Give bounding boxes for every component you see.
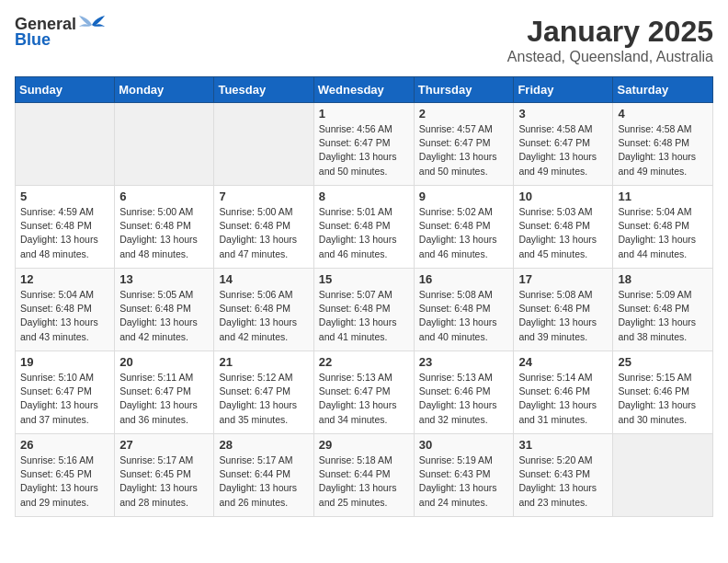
cell-sun-info: Sunrise: 5:05 AMSunset: 6:48 PMDaylight:…: [119, 288, 209, 344]
weekday-header-row: SundayMondayTuesdayWednesdayThursdayFrid…: [16, 77, 713, 103]
calendar-cell: 17Sunrise: 5:08 AMSunset: 6:48 PMDayligh…: [514, 269, 613, 351]
cell-sun-info: Sunrise: 5:09 AMSunset: 6:48 PMDaylight:…: [618, 288, 708, 344]
cell-sun-info: Sunrise: 5:13 AMSunset: 6:47 PMDaylight:…: [319, 371, 409, 427]
weekday-header-wednesday: Wednesday: [313, 77, 414, 103]
cell-sun-info: Sunrise: 5:00 AMSunset: 6:48 PMDaylight:…: [219, 205, 308, 261]
cell-sun-info: Sunrise: 5:17 AMSunset: 6:44 PMDaylight:…: [219, 454, 308, 510]
cell-sun-info: Sunrise: 5:07 AMSunset: 6:48 PMDaylight:…: [319, 288, 409, 344]
cell-sun-info: Sunrise: 5:20 AMSunset: 6:43 PMDaylight:…: [518, 454, 608, 510]
day-number: 14: [219, 272, 308, 286]
calendar-cell: 18Sunrise: 5:09 AMSunset: 6:48 PMDayligh…: [613, 269, 713, 351]
calendar-cell: 23Sunrise: 5:13 AMSunset: 6:46 PMDayligh…: [414, 351, 514, 434]
calendar-cell: 22Sunrise: 5:13 AMSunset: 6:47 PMDayligh…: [313, 351, 414, 434]
cell-sun-info: Sunrise: 5:15 AMSunset: 6:46 PMDaylight:…: [618, 371, 708, 427]
cell-sun-info: Sunrise: 5:01 AMSunset: 6:48 PMDaylight:…: [319, 205, 409, 261]
cell-sun-info: Sunrise: 5:08 AMSunset: 6:48 PMDaylight:…: [518, 288, 608, 344]
cell-sun-info: Sunrise: 5:03 AMSunset: 6:48 PMDaylight:…: [518, 205, 608, 261]
logo-bird-icon: [79, 16, 105, 34]
day-number: 21: [219, 355, 308, 369]
calendar-cell: 12Sunrise: 5:04 AMSunset: 6:48 PMDayligh…: [16, 269, 115, 351]
calendar-cell: 5Sunrise: 4:59 AMSunset: 6:48 PMDaylight…: [16, 186, 115, 269]
day-number: 9: [419, 190, 509, 203]
day-number: 4: [618, 107, 708, 121]
week-row-1: 1Sunrise: 4:56 AMSunset: 6:47 PMDaylight…: [16, 103, 713, 186]
calendar-cell: 11Sunrise: 5:04 AMSunset: 6:48 PMDayligh…: [613, 186, 713, 269]
calendar-cell: 31Sunrise: 5:20 AMSunset: 6:43 PMDayligh…: [514, 434, 613, 517]
calendar-cell: 29Sunrise: 5:18 AMSunset: 6:44 PMDayligh…: [313, 434, 414, 517]
calendar-cell: 9Sunrise: 5:02 AMSunset: 6:48 PMDaylight…: [414, 186, 514, 269]
logo: General Blue: [15, 15, 105, 50]
calendar-cell: 21Sunrise: 5:12 AMSunset: 6:47 PMDayligh…: [214, 351, 313, 434]
calendar-table: SundayMondayTuesdayWednesdayThursdayFrid…: [15, 76, 713, 517]
calendar-cell: 4Sunrise: 4:58 AMSunset: 6:48 PMDaylight…: [613, 103, 713, 186]
week-row-5: 26Sunrise: 5:16 AMSunset: 6:45 PMDayligh…: [16, 434, 713, 517]
calendar-cell: 24Sunrise: 5:14 AMSunset: 6:46 PMDayligh…: [514, 351, 613, 434]
calendar-cell: 2Sunrise: 4:57 AMSunset: 6:47 PMDaylight…: [414, 103, 514, 186]
calendar-cell: 27Sunrise: 5:17 AMSunset: 6:45 PMDayligh…: [115, 434, 214, 517]
weekday-header-sunday: Sunday: [16, 77, 115, 103]
cell-sun-info: Sunrise: 5:02 AMSunset: 6:48 PMDaylight:…: [419, 205, 509, 261]
day-number: 16: [419, 272, 509, 286]
day-number: 2: [419, 107, 509, 121]
calendar-cell: 3Sunrise: 4:58 AMSunset: 6:47 PMDaylight…: [514, 103, 613, 186]
day-number: 24: [518, 355, 608, 369]
calendar-cell: 30Sunrise: 5:19 AMSunset: 6:43 PMDayligh…: [414, 434, 514, 517]
day-number: 6: [119, 190, 209, 203]
calendar-cell: 26Sunrise: 5:16 AMSunset: 6:45 PMDayligh…: [16, 434, 115, 517]
cell-sun-info: Sunrise: 5:18 AMSunset: 6:44 PMDaylight:…: [319, 454, 409, 510]
logo-blue-text: Blue: [15, 30, 51, 50]
weekday-header-tuesday: Tuesday: [214, 77, 313, 103]
cell-sun-info: Sunrise: 4:57 AMSunset: 6:47 PMDaylight:…: [419, 122, 509, 178]
calendar-cell: [214, 103, 313, 186]
day-number: 10: [518, 190, 608, 203]
day-number: 12: [20, 272, 109, 286]
cell-sun-info: Sunrise: 5:12 AMSunset: 6:47 PMDaylight:…: [219, 371, 308, 427]
calendar-cell: 13Sunrise: 5:05 AMSunset: 6:48 PMDayligh…: [115, 269, 214, 351]
calendar-cell: 28Sunrise: 5:17 AMSunset: 6:44 PMDayligh…: [214, 434, 313, 517]
day-number: 8: [319, 190, 409, 203]
calendar-subtitle: Anstead, Queensland, Australia: [507, 49, 713, 65]
calendar-cell: [16, 103, 115, 186]
cell-sun-info: Sunrise: 4:59 AMSunset: 6:48 PMDaylight:…: [20, 205, 109, 261]
day-number: 25: [618, 355, 708, 369]
week-row-4: 19Sunrise: 5:10 AMSunset: 6:47 PMDayligh…: [16, 351, 713, 434]
calendar-cell: [613, 434, 713, 517]
day-number: 19: [20, 355, 109, 369]
cell-sun-info: Sunrise: 5:19 AMSunset: 6:43 PMDaylight:…: [419, 454, 509, 510]
day-number: 28: [219, 438, 308, 452]
calendar-cell: 20Sunrise: 5:11 AMSunset: 6:47 PMDayligh…: [115, 351, 214, 434]
cell-sun-info: Sunrise: 5:14 AMSunset: 6:46 PMDaylight:…: [518, 371, 608, 427]
weekday-header-monday: Monday: [115, 77, 214, 103]
cell-sun-info: Sunrise: 5:04 AMSunset: 6:48 PMDaylight:…: [20, 288, 109, 344]
calendar-cell: 25Sunrise: 5:15 AMSunset: 6:46 PMDayligh…: [613, 351, 713, 434]
calendar-cell: 8Sunrise: 5:01 AMSunset: 6:48 PMDaylight…: [313, 186, 414, 269]
day-number: 7: [219, 190, 308, 203]
day-number: 30: [419, 438, 509, 452]
weekday-header-thursday: Thursday: [414, 77, 514, 103]
calendar-cell: 7Sunrise: 5:00 AMSunset: 6:48 PMDaylight…: [214, 186, 313, 269]
cell-sun-info: Sunrise: 5:10 AMSunset: 6:47 PMDaylight:…: [20, 371, 109, 427]
day-number: 20: [119, 355, 209, 369]
calendar-title: January 2025: [507, 15, 713, 49]
day-number: 23: [419, 355, 509, 369]
calendar-cell: 1Sunrise: 4:56 AMSunset: 6:47 PMDaylight…: [313, 103, 414, 186]
day-number: 27: [119, 438, 209, 452]
cell-sun-info: Sunrise: 4:56 AMSunset: 6:47 PMDaylight:…: [319, 122, 409, 178]
cell-sun-info: Sunrise: 5:00 AMSunset: 6:48 PMDaylight:…: [119, 205, 209, 261]
weekday-header-saturday: Saturday: [613, 77, 713, 103]
cell-sun-info: Sunrise: 5:08 AMSunset: 6:48 PMDaylight:…: [419, 288, 509, 344]
cell-sun-info: Sunrise: 4:58 AMSunset: 6:48 PMDaylight:…: [618, 122, 708, 178]
day-number: 29: [319, 438, 409, 452]
title-block: January 2025 Anstead, Queensland, Austra…: [507, 15, 713, 65]
calendar-cell: 16Sunrise: 5:08 AMSunset: 6:48 PMDayligh…: [414, 269, 514, 351]
calendar-cell: 6Sunrise: 5:00 AMSunset: 6:48 PMDaylight…: [115, 186, 214, 269]
day-number: 18: [618, 272, 708, 286]
cell-sun-info: Sunrise: 5:17 AMSunset: 6:45 PMDaylight:…: [119, 454, 209, 510]
cell-sun-info: Sunrise: 4:58 AMSunset: 6:47 PMDaylight:…: [518, 122, 608, 178]
day-number: 26: [20, 438, 109, 452]
cell-sun-info: Sunrise: 5:04 AMSunset: 6:48 PMDaylight:…: [618, 205, 708, 261]
weekday-header-friday: Friday: [514, 77, 613, 103]
cell-sun-info: Sunrise: 5:11 AMSunset: 6:47 PMDaylight:…: [119, 371, 209, 427]
day-number: 15: [319, 272, 409, 286]
cell-sun-info: Sunrise: 5:06 AMSunset: 6:48 PMDaylight:…: [219, 288, 308, 344]
